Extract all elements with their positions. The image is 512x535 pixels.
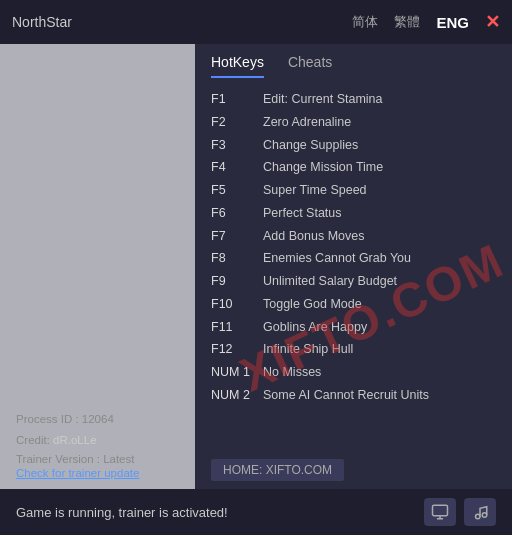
hotkey-label: Unlimited Salary Budget <box>263 272 397 291</box>
hotkey-label: Change Mission Time <box>263 158 383 177</box>
hotkey-label: Zero Adrenaline <box>263 113 351 132</box>
process-block: Process ID : 12064 <box>16 411 179 426</box>
app-title: NorthStar <box>12 14 72 30</box>
trainer-version-block: Trainer Version : Latest Check for train… <box>16 453 179 479</box>
sidebar: Process ID : 12064 Credit: dR.oLLe Train… <box>0 44 195 489</box>
hotkey-label: Goblins Are Happy <box>263 318 367 337</box>
monitor-icon-button[interactable] <box>424 498 456 526</box>
hotkey-label: No Misses <box>263 363 321 382</box>
monitor-icon <box>431 503 449 521</box>
music-icon-button[interactable] <box>464 498 496 526</box>
hotkeys-list: F1Edit: Current StaminaF2Zero Adrenaline… <box>195 78 512 455</box>
hotkey-key: F8 <box>211 249 263 268</box>
hotkey-item: F7Add Bonus Moves <box>211 225 496 248</box>
hotkey-item: F8Enemies Cannot Grab You <box>211 247 496 270</box>
hotkey-item: F12Infinite Ship Hull <box>211 338 496 361</box>
credit-value: dR.oLLe <box>53 434 96 446</box>
home-button[interactable]: HOME: XIFTO.COM <box>211 459 344 481</box>
hotkey-key: F10 <box>211 295 263 314</box>
hotkey-label: Enemies Cannot Grab You <box>263 249 411 268</box>
hotkey-key: F6 <box>211 204 263 223</box>
hotkey-item: F4Change Mission Time <box>211 156 496 179</box>
hotkey-label: Toggle God Mode <box>263 295 362 314</box>
hotkey-label: Super Time Speed <box>263 181 367 200</box>
hotkey-item: F11Goblins Are Happy <box>211 316 496 339</box>
main-window: NorthStar 简体 繁體 ENG ✕ Process ID : 12064… <box>0 0 512 535</box>
status-bar: Game is running, trainer is activated! <box>0 489 512 535</box>
hotkey-item: F6Perfect Status <box>211 202 496 225</box>
right-panel: HotKeys Cheats F1Edit: Current StaminaF2… <box>195 44 512 489</box>
hotkey-key: F12 <box>211 340 263 359</box>
credit-label: Credit: <box>16 434 53 446</box>
lang-english-button[interactable]: ENG <box>436 14 469 31</box>
hotkey-key: NUM 1 <box>211 363 263 382</box>
lang-simplified-button[interactable]: 简体 <box>352 13 378 31</box>
lang-traditional-button[interactable]: 繁體 <box>394 13 420 31</box>
home-button-area: HOME: XIFTO.COM <box>195 455 512 489</box>
process-label: Process ID : 12064 <box>16 413 114 425</box>
hotkey-label: Add Bonus Moves <box>263 227 364 246</box>
tabs-bar: HotKeys Cheats <box>195 44 512 78</box>
hotkey-item: NUM 1No Misses <box>211 361 496 384</box>
titlebar-controls: 简体 繁體 ENG ✕ <box>352 11 500 33</box>
hotkey-key: NUM 2 <box>211 386 263 405</box>
hotkey-key: F4 <box>211 158 263 177</box>
status-message: Game is running, trainer is activated! <box>16 505 228 520</box>
hotkey-item: F10Toggle God Mode <box>211 293 496 316</box>
hotkey-key: F2 <box>211 113 263 132</box>
hotkey-key: F7 <box>211 227 263 246</box>
hotkey-item: F2Zero Adrenaline <box>211 111 496 134</box>
hotkey-item: F9Unlimited Salary Budget <box>211 270 496 293</box>
hotkey-key: F9 <box>211 272 263 291</box>
svg-rect-0 <box>433 505 448 516</box>
hotkey-label: Change Supplies <box>263 136 358 155</box>
hotkey-label: Perfect Status <box>263 204 342 223</box>
hotkey-label: Some AI Cannot Recruit Units <box>263 386 429 405</box>
music-icon <box>471 503 489 521</box>
status-icons <box>424 498 496 526</box>
tab-cheats[interactable]: Cheats <box>288 54 332 78</box>
hotkey-key: F5 <box>211 181 263 200</box>
hotkey-label: Edit: Current Stamina <box>263 90 383 109</box>
hotkey-item: F3Change Supplies <box>211 134 496 157</box>
update-link[interactable]: Check for trainer update <box>16 467 179 479</box>
hotkey-key: F11 <box>211 318 263 337</box>
titlebar: NorthStar 简体 繁體 ENG ✕ <box>0 0 512 44</box>
trainer-version-label: Trainer Version : Latest <box>16 453 179 465</box>
hotkey-key: F1 <box>211 90 263 109</box>
hotkey-label: Infinite Ship Hull <box>263 340 353 359</box>
hotkey-item: F1Edit: Current Stamina <box>211 88 496 111</box>
tab-hotkeys[interactable]: HotKeys <box>211 54 264 78</box>
hotkey-key: F3 <box>211 136 263 155</box>
main-content: Process ID : 12064 Credit: dR.oLLe Train… <box>0 44 512 489</box>
hotkey-item: F5Super Time Speed <box>211 179 496 202</box>
info-section: Process ID : 12064 Credit: dR.oLLe Train… <box>0 403 195 489</box>
credit-block: Credit: dR.oLLe <box>16 432 179 447</box>
close-button[interactable]: ✕ <box>485 11 500 33</box>
hotkey-item: NUM 2Some AI Cannot Recruit Units <box>211 384 496 407</box>
